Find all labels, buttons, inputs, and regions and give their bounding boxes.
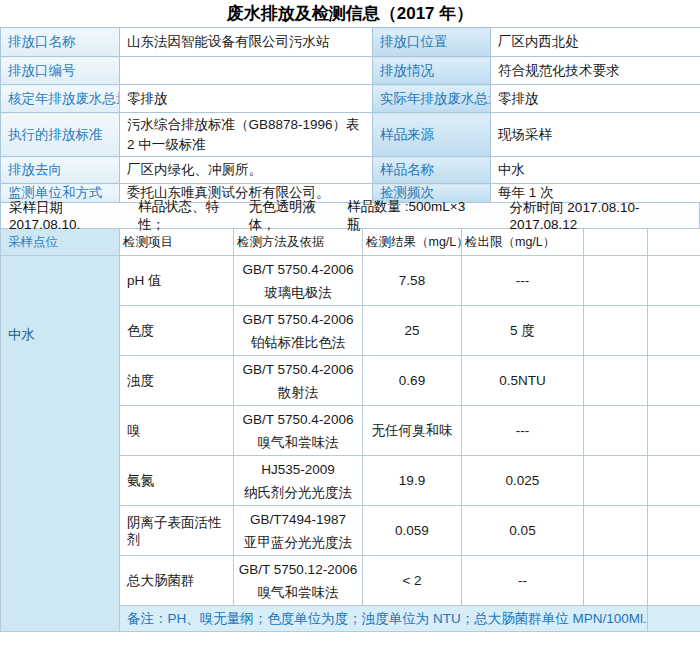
method-cell: HJ535-2009 纳氏剂分光光度法 <box>234 456 363 506</box>
sample-state-value: 无色透明液体， <box>248 198 332 234</box>
limit-cell: --- <box>462 256 584 306</box>
empty-cell <box>584 356 648 406</box>
header-empty-1 <box>584 229 648 256</box>
info-label-approved-volume: 核定年排放废水总量 <box>1 85 120 113</box>
info-label-outfall-number: 排放口编号 <box>1 57 120 85</box>
method-standard: HJ535-2009 <box>236 458 360 481</box>
info-value-approved-volume: 零排放 <box>120 85 373 113</box>
empty-cell <box>584 556 648 606</box>
limit-cell: 5 度 <box>462 306 584 356</box>
info-label-discharge-status: 排放情况 <box>373 57 491 85</box>
info-value-standard: 污水综合排放标准（GB8878-1996）表 2 中一级标准 <box>120 113 373 157</box>
sample-date: 采样日期 2017.08.10. <box>9 199 123 232</box>
sample-info-row: 采样日期 2017.08.10. 样品状态、特性； 无色透明液体， 样品数量 :… <box>0 203 700 228</box>
method-standard: GB/T 5750.4-2006 <box>236 408 360 431</box>
limit-cell: -- <box>462 556 584 606</box>
method-name: 玻璃电极法 <box>236 281 360 304</box>
empty-cell <box>648 306 700 356</box>
info-value-discharge-status: 符合规范化技术要求 <box>491 57 700 85</box>
method-name: 亚甲蓝分光光度法 <box>236 531 360 554</box>
limit-cell: 0.025 <box>462 456 584 506</box>
empty-cell <box>648 406 700 456</box>
item-cell: 嗅 <box>120 406 234 456</box>
method-cell: GB/T 5750.4-2006 玻璃电极法 <box>234 256 363 306</box>
info-value-outfall-location: 厂区内西北处 <box>491 28 700 57</box>
item-cell: 浊度 <box>120 356 234 406</box>
info-value-sample-name: 中水 <box>491 157 700 184</box>
info-value-sample-source: 现场采样 <box>491 113 700 157</box>
page-title: 废水排放及检测信息（2017 年） <box>0 0 700 27</box>
result-cell: 7.58 <box>363 256 462 306</box>
method-name: 散射法 <box>236 381 360 404</box>
report-page: 废水排放及检测信息（2017 年） 排放口名称 山东法因智能设备有限公司污水站 … <box>0 0 700 648</box>
method-cell: GB/T7494-1987 亚甲蓝分光光度法 <box>234 506 363 556</box>
empty-cell <box>584 506 648 556</box>
info-value-discharge-destination: 厂区内绿化、冲厕所。 <box>120 157 373 184</box>
info-label-sample-name: 样品名称 <box>373 157 491 184</box>
method-cell: GB/T 5750.4-2006 嗅气和尝味法 <box>234 406 363 456</box>
info-value-actual-volume: 零排放 <box>491 85 700 113</box>
method-standard: GB/T7494-1987 <box>236 508 360 531</box>
method-standard: GB/T 5750.4-2006 <box>236 358 360 381</box>
info-label-standard: 执行的排放标准 <box>1 113 120 157</box>
result-cell: 19.9 <box>363 456 462 506</box>
empty-cell <box>648 456 700 506</box>
header-detection-limit: 检出限（mg/L） <box>462 229 584 256</box>
empty-cell <box>648 556 700 606</box>
method-standard: GB/T 5750.4-2006 <box>236 308 360 331</box>
method-standard: GB/T 5750.12-2006 <box>236 558 360 581</box>
empty-cell <box>584 256 648 306</box>
info-label-discharge-destination: 排放去向 <box>1 157 120 184</box>
empty-cell <box>584 306 648 356</box>
sample-state-label: 样品状态、特性； <box>138 198 233 234</box>
limit-cell: --- <box>462 406 584 456</box>
item-cell: pH 值 <box>120 256 234 306</box>
limit-cell: 0.5NTU <box>462 356 584 406</box>
result-cell: 25 <box>363 306 462 356</box>
info-label-outfall-name: 排放口名称 <box>1 28 120 57</box>
remark-text: 备注：PH、嗅无量纲；色度单位为度；浊度单位为 NTU；总大肠菌群单位 MPN/… <box>120 606 648 632</box>
info-label-actual-volume: 实际年排放废水总量 <box>373 85 491 113</box>
result-cell: 0.059 <box>363 506 462 556</box>
header-sampling-point: 采样点位 <box>1 229 120 256</box>
empty-cell <box>648 256 700 306</box>
header-empty-2 <box>648 229 700 256</box>
table-row: 中水 pH 值 GB/T 5750.4-2006 玻璃电极法 7.58 --- <box>1 256 700 306</box>
result-cell: < 2 <box>363 556 462 606</box>
item-cell: 总大肠菌群 <box>120 556 234 606</box>
method-cell: GB/T 5750.12-2006 嗅气和尝味法 <box>234 556 363 606</box>
method-cell: GB/T 5750.4-2006 铂钴标准比色法 <box>234 306 363 356</box>
info-value-outfall-name: 山东法因智能设备有限公司污水站 <box>120 28 373 57</box>
item-cell: 氨氮 <box>120 456 234 506</box>
detection-table: 采样点位 检测项目 检测方法及依据 检测结果（mg/L） 检出限（mg/L） 中… <box>0 228 700 632</box>
sample-quantity: 样品数量 :500mL×3 瓶 <box>347 198 467 234</box>
info-label-outfall-location: 排放口位置 <box>373 28 491 57</box>
method-standard: GB/T 5750.4-2006 <box>236 258 360 281</box>
info-value-outfall-number <box>120 57 373 85</box>
item-cell: 色度 <box>120 306 234 356</box>
result-cell: 无任何臭和味 <box>363 406 462 456</box>
method-name: 铂钴标准比色法 <box>236 331 360 354</box>
item-cell: 阴离子表面活性剂 <box>120 506 234 556</box>
result-cell: 0.69 <box>363 356 462 406</box>
info-table: 排放口名称 山东法因智能设备有限公司污水站 排放口位置 厂区内西北处 排放口编号… <box>0 27 700 203</box>
empty-cell <box>584 456 648 506</box>
empty-cell <box>584 406 648 456</box>
method-name: 嗅气和尝味法 <box>236 431 360 454</box>
empty-cell <box>648 356 700 406</box>
method-name: 纳氏剂分光光度法 <box>236 481 360 504</box>
empty-cell <box>648 506 700 556</box>
method-cell: GB/T 5750.4-2006 散射法 <box>234 356 363 406</box>
info-label-sample-source: 样品来源 <box>373 113 491 157</box>
method-name: 嗅气和尝味法 <box>236 581 360 604</box>
sample-analysis-time: 分析时间 2017.08.10-2017.08.12 <box>510 199 684 232</box>
sampling-point-cell: 中水 <box>1 256 120 632</box>
remark-end-cell <box>648 606 700 632</box>
limit-cell: 0.05 <box>462 506 584 556</box>
